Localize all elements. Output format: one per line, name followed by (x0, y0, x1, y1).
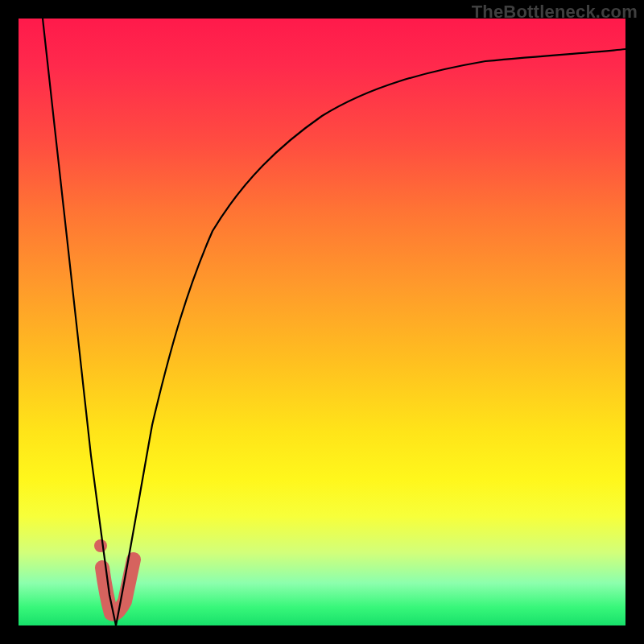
plot-svg (19, 19, 625, 625)
plot-area (19, 19, 625, 625)
chart-container: TheBottleneck.com (0, 0, 644, 644)
optimal-region-dot (94, 539, 107, 552)
optimal-region-marker (102, 559, 134, 614)
curve-right-branch (116, 49, 625, 625)
watermark-text: TheBottleneck.com (472, 2, 638, 23)
curve-left-branch (43, 19, 116, 625)
